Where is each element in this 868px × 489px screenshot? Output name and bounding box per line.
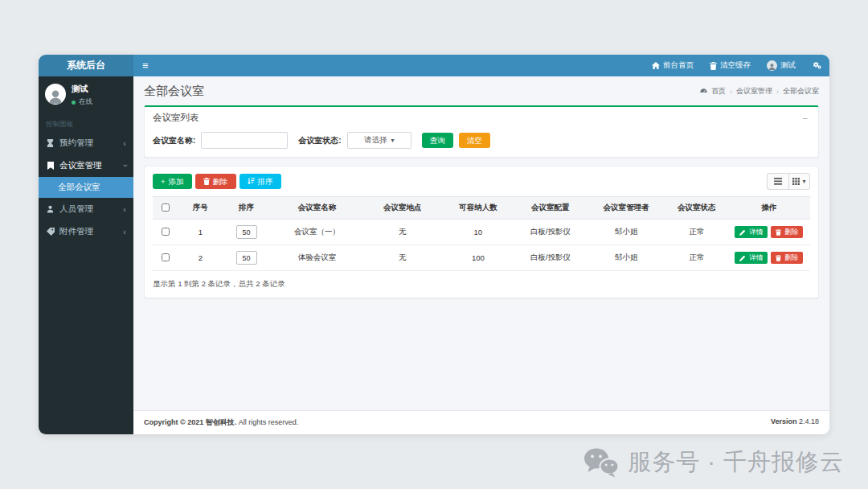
delete-button[interactable]: 删除 [195, 174, 236, 190]
home-icon [652, 62, 660, 70]
cell-config: 白板/投影仪 [514, 245, 587, 271]
content-header: 全部会议室 首页 › 会议室管理 › 全部会议室 [133, 76, 829, 105]
navbar-right: 前台首页 清空缓存 测试 [644, 55, 829, 76]
breadcrumb-separator: › [730, 88, 732, 96]
sidebar-item-label: 会议室管理 [59, 160, 102, 171]
toolbar-view-options: ▾ [767, 173, 810, 190]
cell-manager: 邹小姐 [587, 220, 665, 245]
nav-clear-cache[interactable]: 清空缓存 [702, 55, 759, 76]
add-button-label: 添加 [169, 178, 184, 186]
sidebar-user-panel: 测试 在线 [39, 76, 133, 113]
col-location: 会议室地点 [363, 197, 442, 220]
col-status: 会议室状态 [665, 197, 728, 220]
chevron-left-icon: ‹ [123, 228, 126, 235]
version-number: 2.4.18 [799, 417, 819, 425]
table-box: + 添加 删除 排序 [144, 166, 819, 298]
copyright-rest: All rights reserved. [239, 418, 299, 426]
main-footer: Copyright © 2021 智创科技. All rights reserv… [133, 410, 829, 434]
sidebar-item-reservations[interactable]: 预约管理 ‹ [39, 132, 133, 154]
add-button[interactable]: + 添加 [153, 174, 192, 190]
row-delete-button[interactable]: 删除 [771, 226, 803, 238]
room-name-label: 会议室名称: [153, 135, 195, 146]
col-sort: 排序 [222, 197, 271, 220]
content-area: 全部会议室 首页 › 会议室管理 › 全部会议室 会议室列表 − 会议室名称: [133, 76, 829, 434]
breadcrumb-section[interactable]: 会议室管理 [736, 86, 772, 97]
trash-icon [776, 255, 781, 261]
user-status: 在线 [72, 97, 92, 107]
pencil-icon [739, 229, 746, 236]
pagination-info: 显示第 1 到第 2 条记录，总共 2 条记录 [153, 279, 810, 290]
col-ops: 操作 [728, 197, 810, 220]
hourglass-icon [46, 139, 55, 147]
sidebar-item-personnel[interactable]: 人员管理 ‹ [39, 198, 133, 220]
chevron-left-icon: ‹ [123, 140, 126, 146]
rooms-table: 序号 排序 会议室名称 会议室地点 可容纳人数 会议室配置 会议室管理者 会议室… [153, 196, 810, 271]
trash-icon [776, 229, 781, 236]
toggle-view-button[interactable] [767, 173, 788, 190]
nav-front-page[interactable]: 前台首页 [644, 55, 702, 76]
online-dot-icon [72, 101, 76, 105]
app-window: 系统后台 ≡ 前台首页 清空缓存 测试 [39, 55, 829, 434]
trash-icon [710, 62, 717, 70]
table-header-row: 序号 排序 会议室名称 会议室地点 可容纳人数 会议室配置 会议室管理者 会议室… [153, 197, 810, 220]
columns-button[interactable]: ▾ [788, 173, 810, 190]
sidebar-username: 测试 [72, 84, 92, 95]
navbar: ≡ 前台首页 清空缓存 测试 [133, 55, 829, 76]
row-checkbox[interactable] [162, 253, 170, 261]
cell-status: 正常 [665, 245, 728, 271]
sidebar-item-label: 人员管理 [59, 203, 93, 215]
sort-input[interactable] [236, 225, 257, 239]
cell-capacity: 100 [442, 245, 514, 271]
detail-button[interactable]: 详情 [735, 226, 768, 238]
detail-button-label: 详情 [749, 254, 763, 261]
detail-button-label: 详情 [749, 228, 763, 236]
nav-username: 测试 [780, 60, 796, 71]
nav-user-menu[interactable]: 测试 [759, 55, 804, 76]
user-icon [46, 205, 55, 213]
cell-location: 无 [363, 220, 442, 245]
detail-button[interactable]: 详情 [735, 252, 768, 264]
room-status-label: 会议室状态: [298, 135, 341, 146]
sidebar-subitem-all-rooms-active[interactable]: 全部会议室 [39, 177, 133, 198]
sort-button-label: 排序 [258, 178, 273, 186]
sidebar-item-label: 预约管理 [59, 138, 93, 149]
row-delete-button[interactable]: 删除 [771, 252, 803, 264]
sidebar-item-meeting-rooms[interactable]: 会议室管理 ‹ [39, 154, 133, 177]
page-title: 全部会议室 [144, 84, 204, 99]
sidebar-subitem-label: 全部会议室 [58, 182, 100, 193]
clear-button[interactable]: 清空 [459, 133, 490, 149]
pencil-icon [739, 255, 746, 261]
table-row: 2 体验会议室 无 100 白板/投影仪 邹小姐 正常 [153, 245, 810, 271]
select-all-checkbox[interactable] [162, 203, 170, 212]
dashboard-icon [700, 88, 707, 95]
col-capacity: 可容纳人数 [442, 197, 514, 220]
col-manager: 会议室管理者 [587, 197, 665, 220]
nav-settings[interactable] [804, 55, 829, 76]
sidebar-item-attachments[interactable]: 附件管理 ‹ [39, 220, 133, 243]
cell-name: 体验会议室 [271, 245, 363, 271]
sort-button[interactable]: 排序 [240, 174, 281, 190]
breadcrumb: 首页 › 会议室管理 › 全部会议室 [700, 86, 819, 97]
copyright-bold: Copyright © 2021 智创科技. [144, 418, 236, 426]
sidebar-toggle-icon[interactable]: ≡ [133, 55, 158, 76]
caret-down-icon: ▾ [391, 137, 394, 144]
room-name-input[interactable] [201, 132, 288, 149]
sidebar-section-label: 控制面板 [39, 113, 133, 132]
toolbar-actions: + 添加 删除 排序 [153, 174, 281, 190]
list-icon [774, 178, 782, 185]
room-status-select[interactable]: 请选择 ▾ [347, 132, 411, 149]
search-button[interactable]: 查询 [422, 133, 453, 149]
collapse-icon[interactable]: − [800, 113, 810, 123]
filter-box-title: 会议室列表 [153, 112, 199, 124]
brand-logo[interactable]: 系统后台 [39, 55, 133, 76]
col-seq: 序号 [179, 197, 222, 220]
table-toolbar: + 添加 删除 排序 [153, 173, 810, 190]
breadcrumb-home[interactable]: 首页 [711, 86, 726, 97]
top-bar: 系统后台 ≡ 前台首页 清空缓存 测试 [39, 55, 829, 76]
user-avatar-icon [767, 60, 777, 71]
version: Version 2.4.18 [771, 417, 819, 428]
sort-input[interactable] [236, 251, 257, 265]
row-delete-label: 删除 [784, 254, 798, 261]
row-checkbox[interactable] [162, 228, 170, 236]
plus-icon: + [161, 178, 166, 186]
